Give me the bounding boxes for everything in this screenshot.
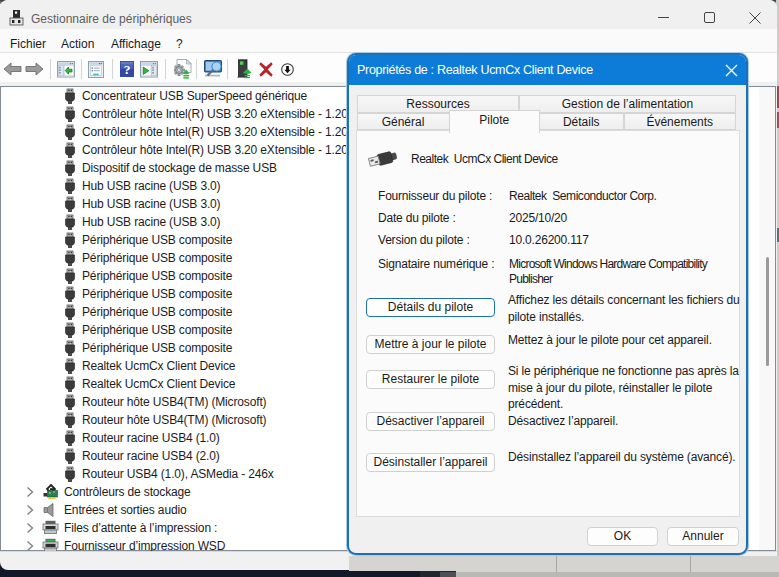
svg-text:?: ? xyxy=(124,62,131,77)
